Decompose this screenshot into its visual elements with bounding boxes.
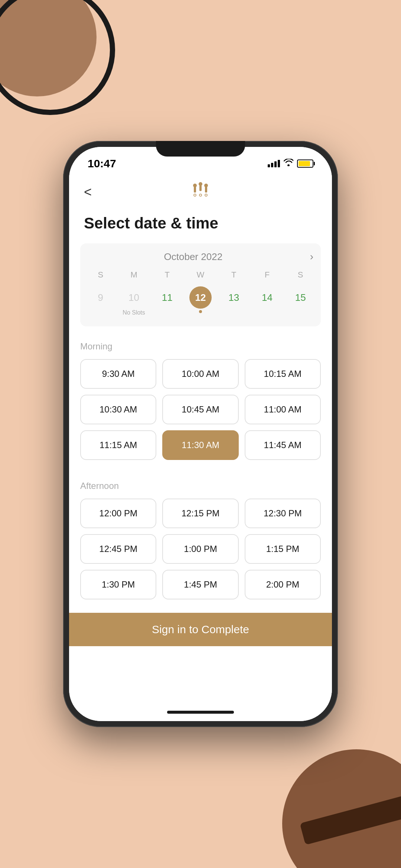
morning-label: Morning — [80, 341, 321, 352]
logo-icon — [188, 181, 213, 203]
time-slot-130pm[interactable]: 1:30 PM — [80, 570, 156, 599]
calendar-dates: 9 10 No Slots 11 12 — [84, 283, 317, 319]
cal-date-11[interactable]: 11 — [150, 283, 184, 319]
bg-ring-top-left — [0, 0, 115, 115]
weekday-2: T — [150, 270, 184, 280]
time-slot-1130am[interactable]: 11:30 AM — [162, 430, 238, 460]
notch — [156, 141, 245, 157]
cal-date-num-14: 14 — [256, 286, 278, 309]
calendar-weekdays: S M T W T F S — [84, 270, 317, 280]
calendar-month-year: October 2022 — [84, 251, 303, 263]
time-slot-1100am[interactable]: 11:00 AM — [245, 395, 321, 424]
morning-slots-grid: 9:30 AM 10:00 AM 10:15 AM 10:30 AM 10:45… — [80, 359, 321, 460]
afternoon-section: Afternoon 12:00 PM 12:15 PM 12:30 PM 12:… — [69, 473, 332, 613]
cal-date-num-9: 9 — [89, 286, 112, 309]
time-slot-930am[interactable]: 9:30 AM — [80, 359, 156, 389]
afternoon-slots-grid: 12:00 PM 12:15 PM 12:30 PM 12:45 PM 1:00… — [80, 499, 321, 599]
svg-rect-1 — [194, 187, 196, 193]
time-slot-1045am[interactable]: 10:45 AM — [162, 395, 238, 424]
time-slot-115pm[interactable]: 1:15 PM — [245, 534, 321, 564]
wifi-icon — [284, 159, 293, 168]
signal-bar-1 — [268, 164, 270, 167]
weekday-0: S — [84, 270, 117, 280]
time-slot-1230pm[interactable]: 12:30 PM — [245, 499, 321, 528]
page-title: Select date & time — [69, 207, 332, 243]
status-icons — [268, 159, 313, 168]
logo-container — [188, 181, 213, 203]
signal-bar-3 — [274, 161, 277, 167]
cal-date-num-13: 13 — [223, 286, 245, 309]
afternoon-label: Afternoon — [80, 481, 321, 491]
cal-date-10[interactable]: 10 No Slots — [117, 283, 151, 319]
cal-date-num-12: 12 — [189, 286, 212, 309]
time-slot-200pm[interactable]: 2:00 PM — [245, 570, 321, 599]
time-slot-1000am[interactable]: 10:00 AM — [162, 359, 238, 389]
cal-date-15[interactable]: 15 — [284, 283, 317, 319]
time-slot-100pm[interactable]: 1:00 PM — [162, 534, 238, 564]
back-button[interactable]: < — [84, 184, 92, 200]
svg-point-7 — [199, 194, 202, 196]
svg-rect-5 — [205, 187, 207, 193]
time-slot-1015am[interactable]: 10:15 AM — [245, 359, 321, 389]
cal-date-num-11: 11 — [156, 286, 178, 309]
weekday-6: S — [284, 270, 317, 280]
app-content[interactable]: < — [69, 174, 332, 706]
signal-bar-2 — [271, 163, 273, 167]
phone-frame: 10:47 — [63, 141, 338, 727]
cal-date-sub-10: No Slots — [123, 309, 145, 316]
battery-icon — [297, 160, 313, 168]
morning-section: Morning 9:30 AM 10:00 AM 10:15 AM 10:30 … — [69, 334, 332, 473]
sign-in-cta-button[interactable]: Sign in to Complete — [69, 613, 332, 646]
phone-screen: 10:47 — [69, 147, 332, 721]
time-slot-1145am[interactable]: 11:45 AM — [245, 430, 321, 460]
svg-point-8 — [205, 194, 207, 196]
time-slot-1030am[interactable]: 10:30 AM — [80, 395, 156, 424]
weekday-3: W — [184, 270, 217, 280]
cal-date-13[interactable]: 13 — [217, 283, 251, 319]
time-slot-1215pm[interactable]: 12:15 PM — [162, 499, 238, 528]
weekday-4: T — [217, 270, 251, 280]
home-indicator — [69, 706, 332, 721]
svg-rect-3 — [199, 185, 202, 191]
battery-fill — [299, 161, 310, 166]
weekday-1: M — [117, 270, 151, 280]
cal-date-num-15: 15 — [289, 286, 312, 309]
home-bar — [167, 711, 234, 714]
svg-point-6 — [194, 194, 196, 196]
weekday-5: F — [251, 270, 284, 280]
cal-date-num-10: 10 — [123, 286, 145, 309]
calendar-next-button[interactable]: › — [306, 251, 317, 263]
status-time: 10:47 — [88, 157, 116, 170]
time-slot-145pm[interactable]: 1:45 PM — [162, 570, 238, 599]
signal-bar-4 — [278, 160, 280, 167]
selected-indicator — [199, 310, 202, 313]
cta-label: Sign in to Complete — [152, 623, 249, 635]
cal-date-12[interactable]: 12 — [184, 283, 217, 319]
calendar-section: October 2022 › S M T W T F S 9 — [80, 243, 321, 326]
time-slot-1200pm[interactable]: 12:00 PM — [80, 499, 156, 528]
cal-date-14[interactable]: 14 — [251, 283, 284, 319]
time-slot-1245pm[interactable]: 12:45 PM — [80, 534, 156, 564]
time-slot-1115am[interactable]: 11:15 AM — [80, 430, 156, 460]
cal-date-9[interactable]: 9 — [84, 283, 117, 319]
app-header: < — [69, 174, 332, 207]
calendar-header: October 2022 › — [84, 251, 317, 263]
signal-icon — [268, 160, 280, 167]
